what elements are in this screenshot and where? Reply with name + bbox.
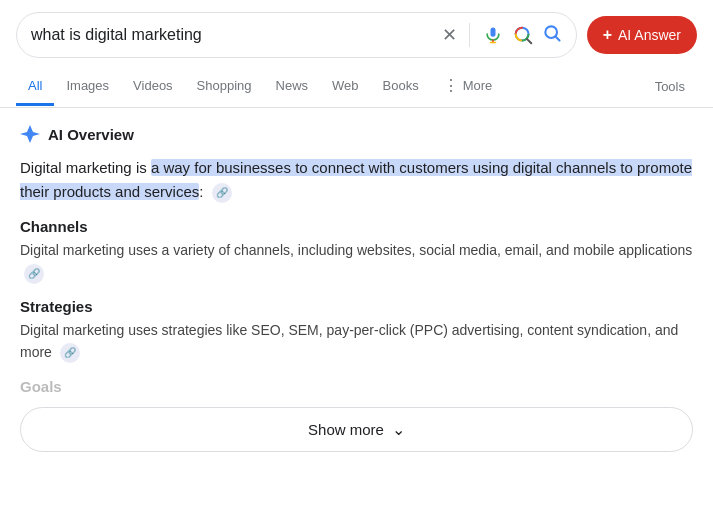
- main-link-icon[interactable]: 🔗: [212, 183, 232, 203]
- nav-tabs: All Images Videos Shopping News Web Book…: [0, 66, 713, 108]
- tab-more[interactable]: ⋮ More: [431, 66, 505, 108]
- tab-videos[interactable]: Videos: [121, 68, 185, 106]
- ai-answer-button[interactable]: + AI Answer: [587, 16, 697, 54]
- tab-images[interactable]: Images: [54, 68, 121, 106]
- main-text-after: :: [199, 183, 203, 200]
- channels-text-content: Digital marketing uses a variety of chan…: [20, 242, 692, 258]
- channels-link-icon[interactable]: 🔗: [24, 264, 44, 284]
- clear-icon[interactable]: ✕: [442, 24, 457, 46]
- svg-rect-0: [490, 28, 495, 37]
- tab-all[interactable]: All: [16, 68, 54, 106]
- channels-title: Channels: [20, 218, 693, 235]
- main-text-before: Digital marketing is: [20, 159, 151, 176]
- ai-overview-header: AI Overview: [20, 124, 693, 144]
- svg-line-7: [527, 39, 531, 43]
- goals-title: Goals: [20, 378, 693, 395]
- show-more-label: Show more: [308, 421, 384, 438]
- tab-books[interactable]: Books: [371, 68, 431, 106]
- svg-marker-10: [20, 125, 40, 143]
- ai-diamond-icon: [20, 124, 40, 144]
- search-button[interactable]: [542, 23, 562, 48]
- strategies-text: Digital marketing uses strategies like S…: [20, 319, 693, 364]
- ai-answer-plus: +: [603, 26, 612, 44]
- main-content: AI Overview Digital marketing is a way f…: [0, 108, 713, 468]
- channels-text: Digital marketing uses a variety of chan…: [20, 239, 693, 284]
- more-dots-icon: ⋮: [443, 76, 459, 95]
- strategies-title: Strategies: [20, 298, 693, 315]
- search-divider: [469, 23, 470, 47]
- lens-icon[interactable]: [512, 24, 534, 46]
- tab-web[interactable]: Web: [320, 68, 371, 106]
- ai-answer-label: AI Answer: [618, 27, 681, 43]
- svg-line-9: [555, 36, 559, 40]
- strategies-text-content: Digital marketing uses strategies like S…: [20, 322, 678, 360]
- tab-shopping[interactable]: Shopping: [185, 68, 264, 106]
- tab-news[interactable]: News: [264, 68, 321, 106]
- show-more-button[interactable]: Show more ⌄: [20, 407, 693, 452]
- tab-tools[interactable]: Tools: [643, 69, 697, 104]
- search-box[interactable]: what is digital marketing ✕: [16, 12, 577, 58]
- main-description: Digital marketing is a way for businesse…: [20, 156, 693, 204]
- ai-overview-label: AI Overview: [48, 126, 134, 143]
- mic-icon[interactable]: [482, 24, 504, 46]
- search-input[interactable]: what is digital marketing: [31, 26, 434, 44]
- chevron-down-icon: ⌄: [392, 420, 405, 439]
- strategies-link-icon[interactable]: 🔗: [60, 343, 80, 363]
- search-bar-container: what is digital marketing ✕: [0, 0, 713, 66]
